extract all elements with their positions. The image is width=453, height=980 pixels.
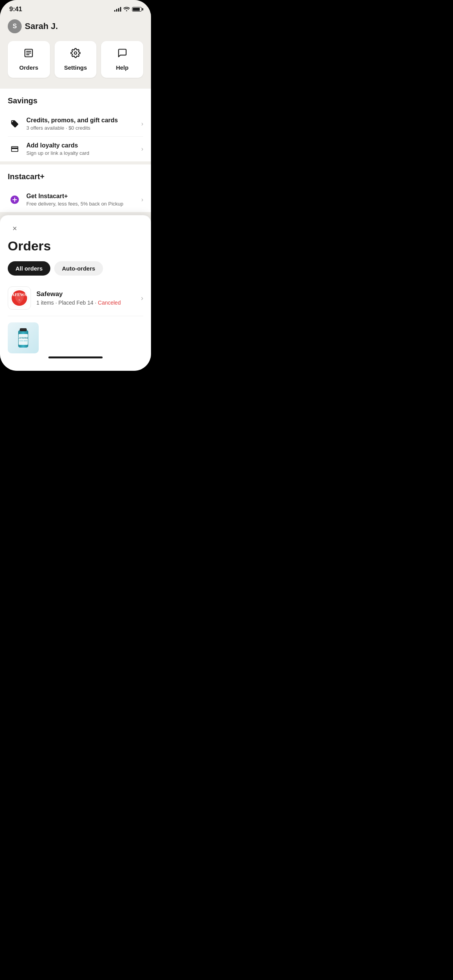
instacart-plus-item-subtitle: Free delivery, less fees, 5% back on Pic…	[26, 201, 141, 207]
instacart-plus-title: Instacart+	[8, 172, 143, 181]
credits-title: Credits, promos, and gift cards	[26, 117, 141, 124]
safeway-order-card[interactable]: SAFEWAY S Safeway 1 items · Placed Feb 1…	[8, 285, 143, 316]
profile-name-row: S Sarah J.	[8, 19, 143, 33]
auto-orders-tab[interactable]: Auto-orders	[54, 261, 103, 276]
orders-button[interactable]: Orders	[8, 41, 50, 78]
close-button[interactable]: ×	[8, 221, 22, 235]
battery-icon	[132, 7, 142, 12]
order-separator: ·	[55, 300, 58, 306]
svg-point-4	[74, 52, 77, 55]
order-meta: 1 items · Placed Feb 14 · Canceled	[36, 300, 141, 306]
instacart-plus-section: Instacart+ Get Instacart+ Free delivery,…	[0, 164, 151, 212]
help-button[interactable]: Help	[101, 41, 143, 78]
instacart-plus-content: Get Instacart+ Free delivery, less fees,…	[26, 193, 141, 207]
savings-section: Savings Credits, promos, and gift cards …	[0, 89, 151, 161]
order-separator-2: ·	[95, 300, 98, 306]
profile-section: S Sarah J. Orders	[0, 15, 151, 86]
order-info: Safeway 1 items · Placed Feb 14 · Cancel…	[36, 290, 141, 306]
product-preview: LISTERINE COOL MINT	[8, 316, 143, 353]
order-placed-date: Placed Feb 14	[58, 300, 93, 306]
svg-rect-5	[13, 150, 14, 151]
wifi-icon	[124, 7, 130, 12]
signal-icon	[114, 7, 121, 12]
loyalty-title: Add loyalty cards	[26, 142, 141, 149]
savings-title: Savings	[8, 96, 143, 105]
settings-button[interactable]: Settings	[55, 41, 97, 78]
loyalty-icon	[8, 142, 22, 156]
loyalty-cards-item[interactable]: Add loyalty cards Sign up or link a loya…	[8, 137, 143, 161]
credits-chevron-icon: ›	[141, 120, 143, 127]
order-status: Canceled	[98, 300, 121, 306]
status-bar: 9:41	[0, 0, 151, 15]
get-instacart-plus-item[interactable]: Get Instacart+ Free delivery, less fees,…	[8, 187, 143, 212]
credits-content: Credits, promos, and gift cards 3 offers…	[26, 117, 141, 131]
credits-subtitle: 3 offers available · $0 credits	[26, 125, 141, 131]
avatar: S	[8, 19, 22, 33]
orders-icon	[24, 48, 34, 60]
instacart-plus-item-title: Get Instacart+	[26, 193, 141, 200]
instacart-plus-chevron-icon: ›	[141, 196, 143, 203]
svg-rect-12	[19, 334, 28, 345]
orders-bottom-sheet: × Orders All orders Auto-orders SAFEWAY …	[0, 215, 151, 371]
svg-text:COOL MINT: COOL MINT	[19, 340, 28, 342]
settings-label: Settings	[64, 64, 87, 71]
settings-icon	[70, 48, 81, 60]
orders-sheet-title: Orders	[8, 238, 143, 254]
order-chevron-icon: ›	[141, 294, 143, 302]
tag-icon	[8, 117, 22, 131]
loyalty-subtitle: Sign up or link a loyalty card	[26, 150, 141, 156]
order-store-name: Safeway	[36, 290, 141, 298]
home-indicator-bar	[48, 356, 103, 358]
profile-name-text: Sarah J.	[25, 21, 58, 31]
product-image: LISTERINE COOL MINT	[8, 322, 39, 353]
home-indicator	[8, 353, 143, 363]
credits-promos-item[interactable]: Credits, promos, and gift cards 3 offers…	[8, 111, 143, 137]
instacart-plus-icon	[8, 193, 22, 207]
svg-rect-15	[20, 328, 27, 331]
status-time: 9:41	[9, 5, 22, 13]
svg-text:SAFEWAY: SAFEWAY	[10, 292, 29, 297]
safeway-logo: SAFEWAY S	[8, 286, 31, 310]
orders-label: Orders	[19, 64, 38, 71]
svg-text:LISTERINE: LISTERINE	[18, 337, 29, 339]
quick-actions: Orders Settings Help	[8, 41, 143, 78]
help-label: Help	[116, 64, 129, 71]
order-item-count: 1 items	[36, 300, 54, 306]
loyalty-content: Add loyalty cards Sign up or link a loya…	[26, 142, 141, 156]
all-orders-tab[interactable]: All orders	[8, 261, 50, 276]
loyalty-chevron-icon: ›	[141, 146, 143, 152]
status-icons	[114, 7, 142, 12]
help-icon	[117, 48, 127, 60]
svg-text:S: S	[19, 298, 20, 302]
orders-tab-row: All orders Auto-orders	[8, 261, 143, 276]
